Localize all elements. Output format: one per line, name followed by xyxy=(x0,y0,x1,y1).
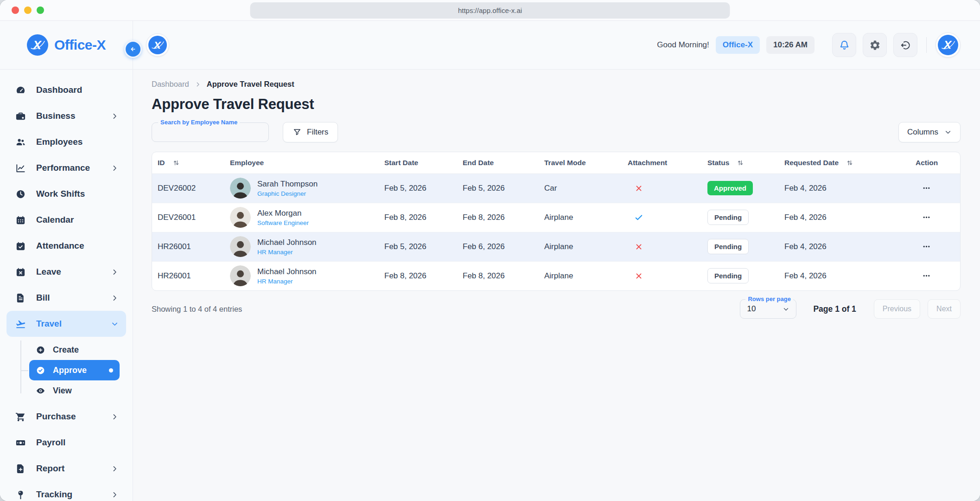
table-row: DEV26001 Alex Morgan Software Engineer F… xyxy=(152,203,961,232)
breadcrumb: Dashboard Approve Travel Request xyxy=(152,80,961,89)
greeting-text: Good Morning! xyxy=(657,40,709,50)
employee-role: HR Manager xyxy=(257,249,317,256)
sidebar-item-tracking[interactable]: Tracking xyxy=(6,482,126,501)
sidebar-item-payroll[interactable]: Payroll xyxy=(6,430,126,456)
chevron-down-icon xyxy=(944,128,952,136)
cell-requested-date: Feb 4, 2026 xyxy=(780,232,911,261)
sort-icon[interactable] xyxy=(172,159,180,167)
row-actions-button[interactable] xyxy=(919,269,934,283)
settings-button[interactable] xyxy=(863,33,887,57)
column-label: Status xyxy=(707,159,729,167)
cell-attachment xyxy=(623,203,703,232)
sidebar-subitem-view[interactable]: View xyxy=(29,380,120,401)
sidebar-item-business[interactable]: Business xyxy=(6,103,126,129)
main-area: Good Morning! Office-X 10:26 AM Dashboar… xyxy=(133,21,980,501)
cell-status: Pending xyxy=(703,261,780,290)
status-badge: Pending xyxy=(707,268,749,283)
employee-name: Michael Johnson xyxy=(257,238,317,247)
previous-page-button[interactable]: Previous xyxy=(874,299,920,319)
sort-icon[interactable] xyxy=(736,159,745,167)
sidebar-item-work-shifts[interactable]: Work Shifts xyxy=(6,181,126,207)
employee-name: Alex Morgan xyxy=(257,209,309,218)
sidebar-collapse-button[interactable] xyxy=(124,40,142,58)
row-actions-button[interactable] xyxy=(919,181,934,195)
columns-label: Columns xyxy=(907,128,938,137)
sidebar-item-icon xyxy=(15,215,26,225)
sidebar-item-icon xyxy=(15,319,26,329)
sidebar-item-performance[interactable]: Performance xyxy=(6,155,126,181)
workspace-chip[interactable]: Office-X xyxy=(716,36,760,54)
brand-area[interactable]: Office-X xyxy=(0,21,133,70)
notifications-button[interactable] xyxy=(832,33,856,57)
cell-action xyxy=(911,203,961,232)
cell-start-date: Feb 8, 2026 xyxy=(380,203,458,232)
cell-requested-date: Feb 4, 2026 xyxy=(780,203,911,232)
cell-id: HR26001 xyxy=(152,232,225,261)
cell-start-date: Feb 5, 2026 xyxy=(380,232,458,261)
minimize-window-button[interactable] xyxy=(24,6,32,14)
brand-name: Office-X xyxy=(54,37,106,53)
user-avatar-button[interactable] xyxy=(935,32,961,58)
sidebar-item-report[interactable]: Report xyxy=(6,456,126,482)
sidebar-item-travel[interactable]: Travel xyxy=(6,311,126,337)
brand-logo-icon xyxy=(148,36,167,54)
table-body: DEV26002 Sarah Thompson Graphic Designer… xyxy=(152,173,961,290)
sidebar-item-label: Employees xyxy=(36,137,119,147)
ellipsis-icon xyxy=(921,270,932,281)
sidebar-item-icon xyxy=(15,463,26,474)
table-header-row: ID Employee Start Date End Date Travel M… xyxy=(152,152,961,173)
next-page-button[interactable]: Next xyxy=(928,299,961,319)
maximize-window-button[interactable] xyxy=(37,6,44,14)
sidebar-item-calendar[interactable]: Calendar xyxy=(6,207,126,233)
sort-icon[interactable] xyxy=(846,159,854,167)
sidebar-subitem-create[interactable]: Create xyxy=(29,340,120,360)
columns-button[interactable]: Columns xyxy=(898,122,961,142)
cell-travel-mode: Airplane xyxy=(540,261,623,290)
sidebar-item-label: Report xyxy=(36,463,101,474)
browser-titlebar: https://app.office-x.ai xyxy=(0,0,980,21)
cell-id: HR26001 xyxy=(152,261,225,290)
rows-per-page-select[interactable]: Rows per page 10 xyxy=(740,299,796,319)
cell-attachment xyxy=(623,173,703,203)
travel-requests-table: ID Employee Start Date End Date Travel M… xyxy=(152,152,961,291)
search-box: Search by Employee Name xyxy=(152,122,269,142)
sidebar-item-purchase[interactable]: Purchase xyxy=(6,404,126,430)
subitem-icon xyxy=(36,366,45,375)
search-input[interactable] xyxy=(152,123,268,141)
row-actions-button[interactable] xyxy=(919,239,934,254)
cell-status: Approved xyxy=(703,173,780,203)
table-row: HR26001 Michael Johnson HR Manager Feb 5… xyxy=(152,232,961,261)
row-actions-button[interactable] xyxy=(919,210,934,225)
sidebar: Office-X Dashboard Business Employees Pe… xyxy=(0,21,133,501)
sidebar-item-dashboard[interactable]: Dashboard xyxy=(6,77,126,103)
sidebar-item-attendance[interactable]: Attendance xyxy=(6,233,126,259)
employee-role: Graphic Designer xyxy=(257,190,318,197)
sidebar-item-label: Travel xyxy=(36,319,101,329)
sidebar-item-bill[interactable]: Bill xyxy=(6,285,126,311)
sidebar-item-label: Business xyxy=(36,111,101,121)
column-header-status: Status xyxy=(703,152,780,173)
sidebar-item-label: Bill xyxy=(36,293,101,303)
filters-button[interactable]: Filters xyxy=(283,122,338,142)
close-window-button[interactable] xyxy=(12,6,19,14)
cell-employee: Michael Johnson HR Manager xyxy=(225,261,380,290)
breadcrumb-dashboard-link[interactable]: Dashboard xyxy=(152,80,189,89)
app-badge-button[interactable] xyxy=(146,33,169,57)
user-avatar-logo-icon xyxy=(938,35,958,55)
sidebar-item-icon xyxy=(15,189,26,199)
cell-id: DEV26002 xyxy=(152,173,225,203)
status-badge: Pending xyxy=(707,210,749,225)
cell-attachment xyxy=(623,261,703,290)
sidebar-item-employees[interactable]: Employees xyxy=(6,129,126,155)
app-body: Office-X Dashboard Business Employees Pe… xyxy=(0,21,980,501)
rows-per-page-label: Rows per page xyxy=(745,295,793,302)
filters-label: Filters xyxy=(307,128,328,137)
sidebar-nav: Dashboard Business Employees Performance… xyxy=(0,70,133,501)
sidebar-item-leave[interactable]: Leave xyxy=(6,259,126,285)
sidebar-subitem-approve[interactable]: Approve xyxy=(29,360,120,380)
url-bar[interactable]: https://app.office-x.ai xyxy=(250,2,730,19)
toolbar: Search by Employee Name Filters Columns xyxy=(152,122,961,142)
logout-button[interactable] xyxy=(893,33,917,57)
avatar xyxy=(230,265,251,286)
column-header-attachment: Attachment xyxy=(623,152,703,173)
